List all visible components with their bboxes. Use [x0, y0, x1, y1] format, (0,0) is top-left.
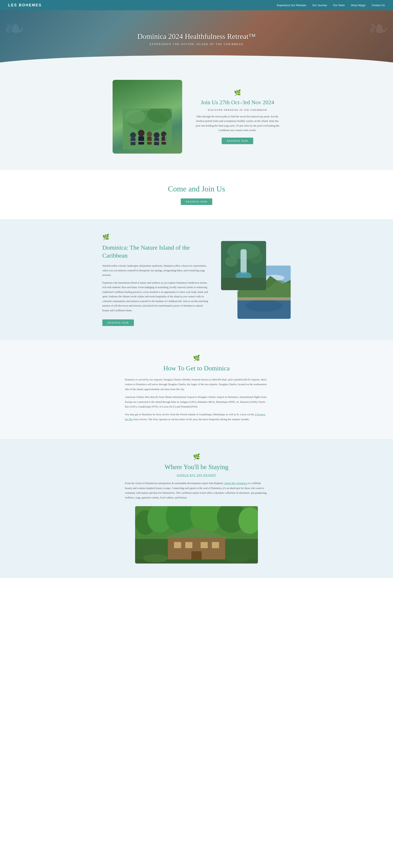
- svg-rect-15: [129, 135, 130, 141]
- svg-point-4: [130, 132, 136, 138]
- join-body: Hike through the forest paths to find th…: [194, 114, 281, 132]
- nav-link-retreats[interactable]: Experience Our Retreats: [277, 4, 306, 7]
- nature-image-top-inner: [221, 241, 266, 290]
- svg-point-32: [245, 299, 283, 312]
- where-inner: 🌿 Where You'll be Staying JUNGLE BAY SPA…: [125, 453, 268, 563]
- hero-section: ❧ ❧ Dominica 2024 Healthfulness Retreat™…: [0, 10, 393, 68]
- nav-item-retreats[interactable]: Experience Our Retreats: [277, 3, 306, 7]
- nav-link-team[interactable]: Our Team: [333, 4, 345, 7]
- howto-para-3: You may get to Dominica by ferry service…: [125, 412, 268, 422]
- join-image: [112, 80, 182, 154]
- svg-rect-44: [174, 542, 181, 548]
- nature-image-waterfall: [221, 241, 266, 290]
- nav-link-shop[interactable]: Shop Ndygo: [351, 4, 366, 7]
- leaf-icon-join: 🌿: [194, 89, 281, 96]
- where-section: 🌿 Where You'll be Staying JUNGLE BAY SPA…: [0, 439, 393, 578]
- hero-title: Dominica 2024 Healthfulness Retreat™: [137, 32, 256, 41]
- join-inner: 🌿 Join Us 27th Oct–3rd Nov 2024 DISCOVER…: [104, 80, 289, 154]
- svg-rect-47: [212, 542, 219, 548]
- svg-point-10: [154, 132, 159, 138]
- nav-item-journey[interactable]: Our Journey: [313, 3, 327, 7]
- join-heading: Join Us 27th Oct–3rd Nov 2024: [194, 99, 281, 106]
- svg-rect-14: [127, 141, 168, 142]
- ferry-link[interactable]: L'Express des Îles: [125, 413, 265, 421]
- svg-rect-24: [221, 278, 266, 290]
- svg-point-8: [147, 131, 152, 137]
- where-body: From the vision of Dominican entrepreneu…: [125, 481, 268, 500]
- nature-images: [221, 241, 291, 319]
- svg-rect-16: [165, 135, 166, 141]
- resort-image-inner: [135, 506, 258, 563]
- nature-section: 🌿 Dominica: The Nature Island of the Car…: [0, 219, 393, 340]
- svg-rect-46: [201, 542, 208, 548]
- svg-rect-19: [240, 249, 247, 274]
- svg-rect-9: [147, 137, 152, 145]
- howto-para-1: Dominica is served by two airports: Doug…: [125, 377, 268, 392]
- leaf-icon-where: 🌿: [125, 453, 268, 460]
- svg-rect-7: [138, 136, 144, 145]
- come-section: Come and Join Us RESERVE NOW: [0, 170, 393, 219]
- nature-body-1: Nestled within volcanic landscapes and p…: [102, 264, 209, 277]
- site-logo[interactable]: LES BOHEMES: [8, 3, 42, 7]
- howto-section: 🌿 How To Get to Dominica Dominica is ser…: [0, 340, 393, 439]
- waterfall-svg: [221, 241, 266, 290]
- jungle-bay-link[interactable]: Jungle Bay Dominica: [224, 482, 248, 485]
- nature-inner: 🌿 Dominica: The Nature Island of the Car…: [94, 234, 299, 326]
- group-photo-svg: [123, 108, 172, 150]
- svg-point-50: [143, 554, 168, 562]
- howto-para-2: American Airlines flies directly from Mi…: [125, 395, 268, 409]
- hero-content: Dominica 2024 Healthfulness Retreat™ EXP…: [137, 32, 256, 46]
- howto-heading: How To Get to Dominica: [125, 365, 268, 372]
- svg-point-23: [249, 251, 263, 264]
- nav-links: Experience Our Retreats Our Journey Our …: [277, 3, 385, 7]
- svg-point-2: [125, 110, 145, 124]
- navigation: LES BOHEMES Experience Our Retreats Our …: [0, 0, 393, 10]
- nature-body-2: Experience the harmonious blend of natur…: [102, 281, 209, 313]
- svg-point-6: [138, 130, 144, 136]
- nav-item-team[interactable]: Our Team: [333, 3, 345, 7]
- where-heading: Where You'll be Staying: [125, 463, 268, 471]
- nature-reserve-button[interactable]: RESERVE NOW: [102, 319, 134, 326]
- svg-rect-45: [185, 542, 192, 548]
- resort-image: [135, 506, 258, 563]
- hero-subtitle: EXPERIENCE THE NATURE ISLAND OF THE CARI…: [137, 43, 256, 46]
- nav-link-journey[interactable]: Our Journey: [313, 4, 327, 7]
- hero-watermark-right: ❧: [368, 14, 389, 43]
- hero-wave: [0, 55, 393, 68]
- join-image-inner: [112, 80, 182, 154]
- nature-text: 🌿 Dominica: The Nature Island of the Car…: [102, 234, 209, 326]
- nav-item-shop[interactable]: Shop Ndygo: [351, 3, 366, 7]
- howto-inner: 🌿 How To Get to Dominica Dominica is ser…: [125, 355, 268, 422]
- join-reserve-button[interactable]: RESERVE NOW: [222, 137, 253, 144]
- nature-heading: Dominica: The Nature Island of the Carib…: [102, 244, 209, 259]
- where-sub: JUNGLE BAY SPA RESORT: [125, 474, 268, 477]
- hero-watermark-left: ❧: [4, 14, 25, 43]
- leaf-icon-nature: 🌿: [102, 234, 209, 240]
- resort-svg: [135, 506, 258, 563]
- join-text: 🌿 Join Us 27th Oct–3rd Nov 2024 DISCOVER…: [194, 89, 281, 144]
- come-reserve-button[interactable]: RESERVE NOW: [181, 198, 212, 205]
- nav-item-contact[interactable]: Contact Us: [372, 3, 385, 7]
- nav-link-contact[interactable]: Contact Us: [372, 4, 385, 7]
- svg-point-22: [225, 256, 237, 267]
- svg-point-51: [226, 555, 249, 563]
- join-discover: DISCOVER PARADISE IN THE CARIBBEAN: [194, 109, 281, 111]
- come-heading: Come and Join Us: [8, 184, 385, 193]
- join-section: 🌿 Join Us 27th Oct–3rd Nov 2024 DISCOVER…: [0, 68, 393, 170]
- leaf-icon-howto: 🌿: [125, 355, 268, 362]
- svg-rect-33: [237, 297, 291, 300]
